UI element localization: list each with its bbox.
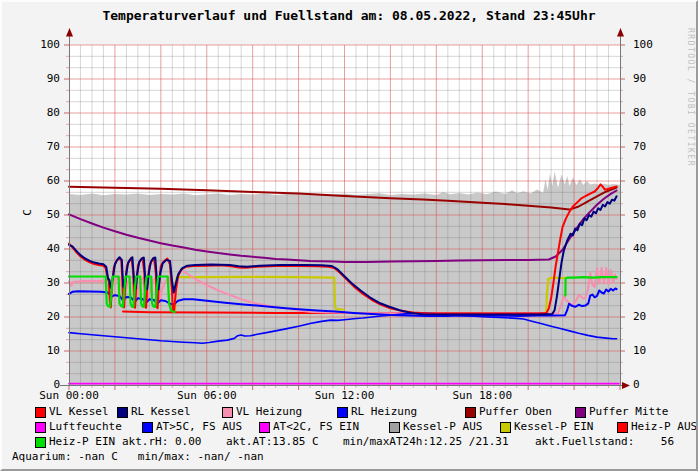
y-tick-label-left-50: 50 xyxy=(20,209,60,221)
y-tick-label-right-0: 0 xyxy=(633,379,673,391)
legend-label-heiz-p-aus: Heiz-P AUS xyxy=(631,421,697,433)
y-axis-arrow-left xyxy=(66,28,73,37)
legend-label-min-maxat24h-12-25-21-3: min/maxAT24h:12.25 /21.31 xyxy=(343,436,509,448)
y-tick-label-left-30: 30 xyxy=(20,277,60,289)
legend-label-kessel-p-ein: Kessel-P EIN xyxy=(514,421,593,433)
y-tick-label-left-20: 20 xyxy=(20,311,60,323)
legend-swatch-at-2c-fs-ein xyxy=(259,422,270,433)
y-tick-label-right-60: 60 xyxy=(633,175,673,187)
legend-label-at-2c-fs-ein: AT<2C, FS EIN xyxy=(273,421,359,433)
legend-label-akt-at-13-85-c: akt.AT:13.85 C xyxy=(226,436,319,448)
y-tick-label-left-10: 10 xyxy=(20,345,60,357)
legend-swatch-rl-heizung xyxy=(337,407,348,418)
y-tick-label-left-70: 70 xyxy=(20,141,60,153)
legend-label-at-5c-fs-aus: AT>5C, FS AUS xyxy=(156,421,242,433)
legend-swatch-kessel-p-ein xyxy=(500,422,511,433)
y-axis-arrow-right xyxy=(617,28,624,37)
y-tick-label-left-60: 60 xyxy=(20,175,60,187)
y-tick-label-right-100: 100 xyxy=(633,39,673,51)
legend-label-rl-heizung: RL Heizung xyxy=(351,406,417,418)
y-tick-label-left-40: 40 xyxy=(20,243,60,255)
legend-swatch-kessel-p-aus xyxy=(389,422,400,433)
y-tick-label-right-90: 90 xyxy=(633,73,673,85)
legend-swatch-puffer-oben xyxy=(465,407,476,418)
legend-label-kessel-p-aus: Kessel-P AUS xyxy=(403,421,482,433)
legend-label-akt-rh-0-00: akt.rH: 0.00 xyxy=(122,436,201,448)
y-tick-label-right-30: 30 xyxy=(633,277,673,289)
legend-label-puffer-oben: Puffer Oben xyxy=(479,406,552,418)
y-tick-label-left-90: 90 xyxy=(20,73,60,85)
legend-swatch-at-5c-fs-aus xyxy=(142,422,153,433)
y-tick-label-right-20: 20 xyxy=(633,311,673,323)
y-tick-label-right-80: 80 xyxy=(633,107,673,119)
legend-swatch-puffer-mitte xyxy=(575,407,586,418)
legend-label-aquarium-nan-c-min-m: Aquarium: -nan C min/max: -nan/ -nan xyxy=(12,451,264,463)
x-axis-arrow xyxy=(622,382,630,389)
legend-swatch-heiz-p-aus xyxy=(617,422,628,433)
legend-swatch-heiz-p-ein xyxy=(35,437,46,448)
rrdtool-graph: Temperaturverlauf und Fuellstand am: 08.… xyxy=(0,0,698,471)
x-tick-label-18: Sun 18:00 xyxy=(442,390,522,402)
y-tick-label-right-40: 40 xyxy=(633,243,673,255)
y-tick-label-right-50: 50 xyxy=(633,209,673,221)
x-tick-label-0: Sun 00:00 xyxy=(29,390,109,402)
legend-swatch-vl-heizung xyxy=(222,407,233,418)
legend-label-vl-heizung: VL Heizung xyxy=(236,406,302,418)
legend-label-heiz-p-ein: Heiz-P EIN xyxy=(49,436,115,448)
legend-label-vl-kessel: VL Kessel xyxy=(49,406,109,418)
y-tick-label-right-10: 10 xyxy=(633,345,673,357)
x-tick-label-12: Sun 12:00 xyxy=(305,390,385,402)
y-tick-label-right-70: 70 xyxy=(633,141,673,153)
legend-swatch-luftfeuchte xyxy=(35,422,46,433)
y-tick-label-left-80: 80 xyxy=(20,107,60,119)
legend-swatch-vl-kessel xyxy=(35,407,46,418)
legend-label-luftfeuchte: Luftfeuchte xyxy=(49,421,122,433)
legend-label-puffer-mitte: Puffer Mitte xyxy=(589,406,668,418)
x-tick-label-6: Sun 06:00 xyxy=(167,390,247,402)
legend-swatch-rl-kessel xyxy=(117,407,128,418)
legend-label-rl-kessel: RL Kessel xyxy=(131,406,191,418)
legend-label-akt-fuellstand-56: akt.Fuellstand: 56 xyxy=(535,436,674,448)
y-tick-label-left-100: 100 xyxy=(20,39,60,51)
